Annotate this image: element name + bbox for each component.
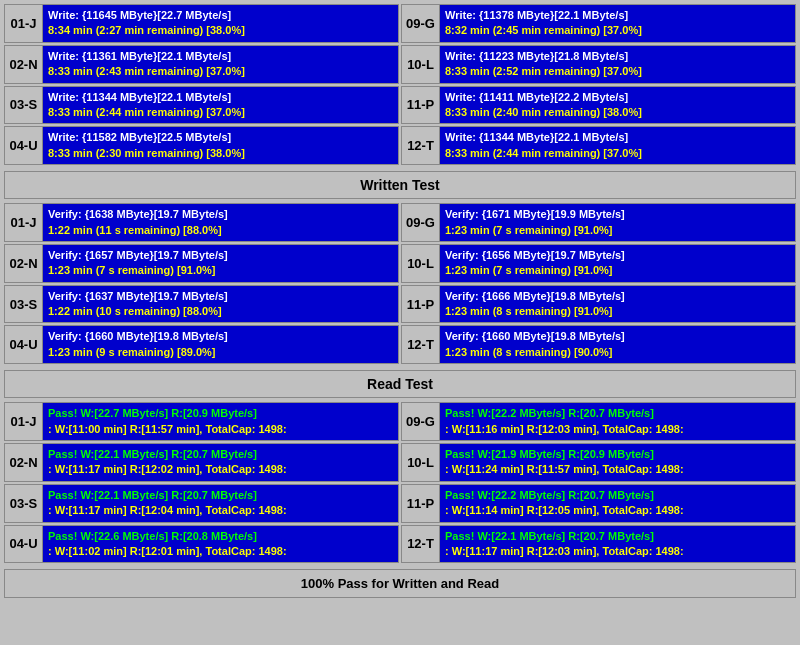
drive-label-01j-write: 01-J (5, 5, 43, 42)
drive-line1-12t-pass: Pass! W:[22.1 MByte/s] R:[20.7 MByte/s] (445, 529, 790, 544)
drive-line1-11p-verify: Verify: {1666 MByte}[19.8 MByte/s] (445, 289, 790, 304)
drive-info-02n-verify: Verify: {1657 MByte}[19.7 MByte/s] 1:23 … (43, 245, 398, 282)
drive-line2-11p-write: 8:33 min (2:40 min remaining) [38.0%] (445, 105, 790, 120)
drive-cell-09g-verify: 09-G Verify: {1671 MByte}[19.9 MByte/s] … (401, 203, 796, 242)
drive-label-04u-write: 04-U (5, 127, 43, 164)
drive-cell-03s-verify: 03-S Verify: {1637 MByte}[19.7 MByte/s] … (4, 285, 399, 324)
drive-label-09g-pass: 09-G (402, 403, 440, 440)
drive-cell-01j-pass: 01-J Pass! W:[22.7 MByte/s] R:[20.9 MByt… (4, 402, 399, 441)
drive-line2-11p-verify: 1:23 min (8 s remaining) [91.0%] (445, 304, 790, 319)
drive-cell-02n-verify: 02-N Verify: {1657 MByte}[19.7 MByte/s] … (4, 244, 399, 283)
drive-info-01j-pass: Pass! W:[22.7 MByte/s] R:[20.9 MByte/s] … (43, 403, 398, 440)
drive-line1-09g-verify: Verify: {1671 MByte}[19.9 MByte/s] (445, 207, 790, 222)
verify-section: 01-J Verify: {1638 MByte}[19.7 MByte/s] … (4, 203, 796, 400)
drive-label-11p-pass: 11-P (402, 485, 440, 522)
drive-line2-10l-verify: 1:23 min (7 s remaining) [91.0%] (445, 263, 790, 278)
drive-line1-01j-verify: Verify: {1638 MByte}[19.7 MByte/s] (48, 207, 393, 222)
drive-label-03s-pass: 03-S (5, 485, 43, 522)
drive-line2-03s-pass: : W:[11:17 min] R:[12:04 min], TotalCap:… (48, 503, 393, 518)
drive-line2-09g-pass: : W:[11:16 min] R:[12:03 min], TotalCap:… (445, 422, 790, 437)
write-section-header: Written Test (4, 171, 796, 199)
drive-cell-03s-write: 03-S Write: {11344 MByte}[22.1 MByte/s] … (4, 86, 399, 125)
drive-line2-04u-pass: : W:[11:02 min] R:[12:01 min], TotalCap:… (48, 544, 393, 559)
drive-line2-11p-pass: : W:[11:14 min] R:[12:05 min], TotalCap:… (445, 503, 790, 518)
drive-info-11p-pass: Pass! W:[22.2 MByte/s] R:[20.7 MByte/s] … (440, 485, 795, 522)
drive-line1-10l-verify: Verify: {1656 MByte}[19.7 MByte/s] (445, 248, 790, 263)
drive-info-04u-pass: Pass! W:[22.6 MByte/s] R:[20.8 MByte/s] … (43, 526, 398, 563)
drive-label-12t-verify: 12-T (402, 326, 440, 363)
write-row-4: 04-U Write: {11582 MByte}[22.5 MByte/s] … (4, 126, 796, 165)
drive-line1-10l-write: Write: {11223 MByte}[21.8 MByte/s] (445, 49, 790, 64)
drive-info-02n-pass: Pass! W:[22.1 MByte/s] R:[20.7 MByte/s] … (43, 444, 398, 481)
drive-line2-03s-write: 8:33 min (2:44 min remaining) [37.0%] (48, 105, 393, 120)
drive-cell-10l-pass: 10-L Pass! W:[21.9 MByte/s] R:[20.9 MByt… (401, 443, 796, 482)
drive-info-04u-verify: Verify: {1660 MByte}[19.8 MByte/s] 1:23 … (43, 326, 398, 363)
drive-cell-09g-write: 09-G Write: {11378 MByte}[22.1 MByte/s] … (401, 4, 796, 43)
drive-line1-02n-verify: Verify: {1657 MByte}[19.7 MByte/s] (48, 248, 393, 263)
drive-label-10l-verify: 10-L (402, 245, 440, 282)
drive-label-10l-pass: 10-L (402, 444, 440, 481)
drive-label-01j-pass: 01-J (5, 403, 43, 440)
drive-line2-01j-write: 8:34 min (2:27 min remaining) [38.0%] (48, 23, 393, 38)
drive-cell-04u-pass: 04-U Pass! W:[22.6 MByte/s] R:[20.8 MByt… (4, 525, 399, 564)
drive-info-03s-write: Write: {11344 MByte}[22.1 MByte/s] 8:33 … (43, 87, 398, 124)
drive-line2-12t-verify: 1:23 min (8 s remaining) [90.0%] (445, 345, 790, 360)
drive-info-11p-verify: Verify: {1666 MByte}[19.8 MByte/s] 1:23 … (440, 286, 795, 323)
drive-line1-01j-write: Write: {11645 MByte}[22.7 MByte/s] (48, 8, 393, 23)
drive-cell-02n-write: 02-N Write: {11361 MByte}[22.1 MByte/s] … (4, 45, 399, 84)
pass-row-4: 04-U Pass! W:[22.6 MByte/s] R:[20.8 MByt… (4, 525, 796, 564)
drive-cell-11p-verify: 11-P Verify: {1666 MByte}[19.8 MByte/s] … (401, 285, 796, 324)
verify-row-2: 02-N Verify: {1657 MByte}[19.7 MByte/s] … (4, 244, 796, 283)
drive-label-03s-verify: 03-S (5, 286, 43, 323)
drive-cell-03s-pass: 03-S Pass! W:[22.1 MByte/s] R:[20.7 MByt… (4, 484, 399, 523)
drive-label-02n-write: 02-N (5, 46, 43, 83)
drive-cell-01j-verify: 01-J Verify: {1638 MByte}[19.7 MByte/s] … (4, 203, 399, 242)
write-row-2: 02-N Write: {11361 MByte}[22.1 MByte/s] … (4, 45, 796, 84)
drive-line1-01j-pass: Pass! W:[22.7 MByte/s] R:[20.9 MByte/s] (48, 406, 393, 421)
drive-line2-01j-pass: : W:[11:00 min] R:[11:57 min], TotalCap:… (48, 422, 393, 437)
drive-cell-04u-verify: 04-U Verify: {1660 MByte}[19.8 MByte/s] … (4, 325, 399, 364)
drive-line1-12t-write: Write: {11344 MByte}[22.1 MByte/s] (445, 130, 790, 145)
drive-info-12t-verify: Verify: {1660 MByte}[19.8 MByte/s] 1:23 … (440, 326, 795, 363)
drive-line1-03s-write: Write: {11344 MByte}[22.1 MByte/s] (48, 90, 393, 105)
drive-label-11p-write: 11-P (402, 87, 440, 124)
drive-label-02n-verify: 02-N (5, 245, 43, 282)
drive-info-10l-verify: Verify: {1656 MByte}[19.7 MByte/s] 1:23 … (440, 245, 795, 282)
drive-cell-01j-write: 01-J Write: {11645 MByte}[22.7 MByte/s] … (4, 4, 399, 43)
write-section: 01-J Write: {11645 MByte}[22.7 MByte/s] … (4, 4, 796, 201)
drive-info-10l-write: Write: {11223 MByte}[21.8 MByte/s] 8:33 … (440, 46, 795, 83)
drive-label-04u-verify: 04-U (5, 326, 43, 363)
drive-cell-02n-pass: 02-N Pass! W:[22.1 MByte/s] R:[20.7 MByt… (4, 443, 399, 482)
drive-info-09g-pass: Pass! W:[22.2 MByte/s] R:[20.7 MByte/s] … (440, 403, 795, 440)
drive-label-01j-verify: 01-J (5, 204, 43, 241)
drive-cell-12t-write: 12-T Write: {11344 MByte}[22.1 MByte/s] … (401, 126, 796, 165)
drive-cell-10l-verify: 10-L Verify: {1656 MByte}[19.7 MByte/s] … (401, 244, 796, 283)
drive-cell-12t-verify: 12-T Verify: {1660 MByte}[19.8 MByte/s] … (401, 325, 796, 364)
drive-line1-09g-write: Write: {11378 MByte}[22.1 MByte/s] (445, 8, 790, 23)
drive-line2-02n-write: 8:33 min (2:43 min remaining) [37.0%] (48, 64, 393, 79)
drive-info-03s-pass: Pass! W:[22.1 MByte/s] R:[20.7 MByte/s] … (43, 485, 398, 522)
drive-label-04u-pass: 04-U (5, 526, 43, 563)
drive-cell-10l-write: 10-L Write: {11223 MByte}[21.8 MByte/s] … (401, 45, 796, 84)
drive-cell-11p-pass: 11-P Pass! W:[22.2 MByte/s] R:[20.7 MByt… (401, 484, 796, 523)
drive-label-02n-pass: 02-N (5, 444, 43, 481)
drive-label-11p-verify: 11-P (402, 286, 440, 323)
drive-line1-04u-verify: Verify: {1660 MByte}[19.8 MByte/s] (48, 329, 393, 344)
drive-line1-03s-pass: Pass! W:[22.1 MByte/s] R:[20.7 MByte/s] (48, 488, 393, 503)
drive-line1-02n-write: Write: {11361 MByte}[22.1 MByte/s] (48, 49, 393, 64)
verify-row-4: 04-U Verify: {1660 MByte}[19.8 MByte/s] … (4, 325, 796, 364)
drive-line1-04u-pass: Pass! W:[22.6 MByte/s] R:[20.8 MByte/s] (48, 529, 393, 544)
drive-cell-12t-pass: 12-T Pass! W:[22.1 MByte/s] R:[20.7 MByt… (401, 525, 796, 564)
drive-info-02n-write: Write: {11361 MByte}[22.1 MByte/s] 8:33 … (43, 46, 398, 83)
main-container: 01-J Write: {11645 MByte}[22.7 MByte/s] … (0, 0, 800, 602)
drive-line1-10l-pass: Pass! W:[21.9 MByte/s] R:[20.9 MByte/s] (445, 447, 790, 462)
drive-line2-03s-verify: 1:22 min (10 s remaining) [88.0%] (48, 304, 393, 319)
drive-line2-12t-pass: : W:[11:17 min] R:[12:03 min], TotalCap:… (445, 544, 790, 559)
drive-info-01j-write: Write: {11645 MByte}[22.7 MByte/s] 8:34 … (43, 5, 398, 42)
drive-info-04u-write: Write: {11582 MByte}[22.5 MByte/s] 8:33 … (43, 127, 398, 164)
pass-row-3: 03-S Pass! W:[22.1 MByte/s] R:[20.7 MByt… (4, 484, 796, 523)
drive-line2-09g-verify: 1:23 min (7 s remaining) [91.0%] (445, 223, 790, 238)
drive-line2-04u-verify: 1:23 min (9 s remaining) [89.0%] (48, 345, 393, 360)
verify-row-3: 03-S Verify: {1637 MByte}[19.7 MByte/s] … (4, 285, 796, 324)
drive-label-12t-pass: 12-T (402, 526, 440, 563)
